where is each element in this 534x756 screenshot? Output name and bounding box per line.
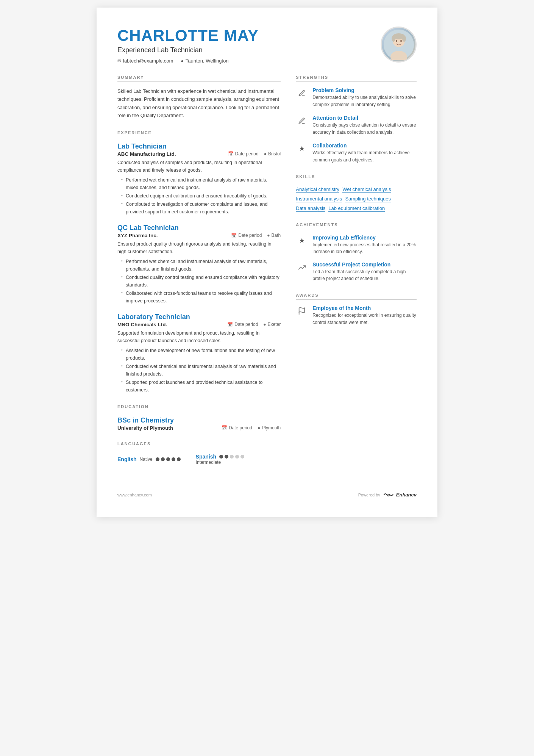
- skills-label: SKILLS: [296, 174, 417, 181]
- left-column: SUMMARY Skilled Lab Technician with expe…: [117, 75, 281, 476]
- lang-english-dots: [156, 457, 181, 461]
- strength-1-content: Problem Solving Demonstrated ability to …: [312, 87, 417, 108]
- education-section: EDUCATION BSc in Chemistry University of…: [117, 404, 281, 431]
- strength-1-title: Problem Solving: [312, 87, 417, 93]
- calendar-icon: 📅: [231, 233, 237, 238]
- contact-info: ✉ labtech@example.com ● Taunton, Welling…: [117, 58, 259, 64]
- job-3-title: Laboratory Technician: [117, 313, 281, 321]
- header-section: CHARLOTTE MAY Experienced Lab Technician…: [117, 27, 417, 64]
- job-2: QC Lab Technician XYZ Pharma Inc. 📅 Date…: [117, 224, 281, 305]
- strength-3-icon: ★: [296, 142, 308, 155]
- lang-spanish-group: Spanish Intermediate: [196, 454, 244, 465]
- award-1-desc: Recognized for exceptional work in ensur…: [312, 312, 417, 326]
- achievement-2-content: Successful Project Completion Led a team…: [312, 261, 417, 282]
- job-1-meta: ABC Manufacturing Ltd. 📅 Date period ● B…: [117, 151, 281, 157]
- job-3-meta: MNO Chemicals Ltd. 📅 Date period ● Exete…: [117, 322, 281, 327]
- location-contact: ● Taunton, Wellington: [181, 58, 228, 64]
- strengths-label: STRENGTHS: [296, 75, 417, 82]
- job-1-title: Lab Technician: [117, 142, 281, 150]
- job-2-desc: Ensured product quality through rigorous…: [117, 240, 281, 255]
- strength-1: Problem Solving Demonstrated ability to …: [296, 87, 417, 108]
- award-1-icon: [296, 305, 308, 317]
- job-2-company: XYZ Pharma Inc.: [117, 233, 158, 238]
- svg-point-7: [400, 40, 402, 42]
- strength-1-icon: [296, 87, 308, 99]
- strength-2-title: Attention to Detail: [312, 115, 417, 121]
- dot: [219, 455, 223, 459]
- avatar: [381, 27, 417, 63]
- skill-3: Sampling techniques: [345, 196, 391, 202]
- job-3-detail: 📅 Date period ● Exeter: [227, 322, 281, 327]
- strength-2-icon: [296, 115, 308, 127]
- strength-2-content: Attention to Detail Consistently pays cl…: [312, 115, 417, 136]
- bullet-item: Performed wet chemical and instrumental …: [121, 176, 281, 191]
- edu-location: ● Plymouth: [258, 425, 281, 430]
- skill-5: Lab equipment calibration: [328, 205, 385, 212]
- dot: [156, 457, 159, 461]
- job-2-title: QC Lab Technician: [117, 224, 281, 232]
- experience-section: EXPERIENCE Lab Technician ABC Manufactur…: [117, 130, 281, 394]
- lang-english-name: English: [117, 456, 137, 462]
- lang-spanish-dots: [219, 455, 244, 459]
- strength-2: Attention to Detail Consistently pays cl…: [296, 115, 417, 136]
- job-3-bullets: Assisted in the development of new formu…: [117, 347, 281, 394]
- pin-icon: ●: [258, 425, 260, 430]
- right-column: STRENGTHS Problem Solving Demonstrated a…: [296, 75, 417, 476]
- lang-english-group: English Native: [117, 456, 181, 462]
- languages-section: LANGUAGES English Native: [117, 441, 281, 465]
- footer-powered: Powered by Enhancv: [358, 492, 417, 498]
- edu-date: 📅 Date period: [222, 425, 252, 430]
- achievements-section: ACHIEVEMENTS ★ Improving Lab Efficiency …: [296, 222, 417, 282]
- awards-section: AWARDS Employee of the Month Recognized …: [296, 293, 417, 326]
- lang-english: English Native: [117, 454, 181, 465]
- education-label: EDUCATION: [117, 404, 281, 411]
- lang-spanish-level: Intermediate: [196, 460, 221, 465]
- strength-3-title: Collaboration: [312, 142, 417, 149]
- job-2-detail: 📅 Date period ● Bath: [231, 233, 281, 238]
- footer: www.enhancv.com Powered by Enhancv: [117, 487, 417, 498]
- skills-container: Analytical chemistry Wet chemical analys…: [296, 186, 417, 212]
- job-1-company: ABC Manufacturing Ltd.: [117, 151, 176, 157]
- job-1-desc: Conducted analysis of samples and produc…: [117, 159, 281, 174]
- dot: [225, 455, 228, 459]
- skill-2: Instrumental analysis: [296, 196, 342, 202]
- svg-point-4: [392, 36, 395, 42]
- skill-1: Wet chemical analysis: [342, 186, 391, 193]
- achievement-1-title: Improving Lab Efficiency: [312, 235, 417, 241]
- dot: [235, 455, 239, 459]
- candidate-name: CHARLOTTE MAY: [117, 27, 259, 45]
- job-1-bullets: Performed wet chemical and instrumental …: [117, 176, 281, 216]
- job-2-bullets: Performed wet chemical and instrumental …: [117, 258, 281, 305]
- skill-4: Data analysis: [296, 205, 325, 212]
- achievement-1-desc: Implemented new processes that resulted …: [312, 241, 417, 255]
- job-3-date: 📅 Date period: [227, 322, 258, 327]
- lang-english-level: Native: [140, 457, 153, 462]
- achievement-1-content: Improving Lab Efficiency Implemented new…: [312, 235, 417, 255]
- bullet-item: Collaborated with cross-functional teams…: [121, 290, 281, 305]
- candidate-title: Experienced Lab Technician: [117, 46, 259, 54]
- bullet-item: Conducted wet chemical and instrumental …: [121, 363, 281, 378]
- achievement-2-title: Successful Project Completion: [312, 261, 417, 268]
- svg-point-5: [402, 36, 406, 42]
- email-text: labtech@example.com: [123, 58, 173, 64]
- skill-0: Analytical chemistry: [296, 186, 339, 193]
- languages-container: English Native: [117, 454, 281, 465]
- job-3-desc: Supported formulation development and pr…: [117, 329, 281, 344]
- experience-label: EXPERIENCE: [117, 130, 281, 137]
- job-2-date: 📅 Date period: [231, 233, 262, 238]
- pin-icon: ●: [263, 322, 266, 327]
- strength-2-desc: Consistently pays close attention to det…: [312, 122, 417, 136]
- pin-icon: ●: [264, 151, 267, 157]
- dot: [161, 457, 165, 461]
- calendar-icon: 📅: [227, 322, 233, 327]
- bullet-item: Assisted in the development of new formu…: [121, 347, 281, 362]
- awards-label: AWARDS: [296, 293, 417, 300]
- edu-detail: 📅 Date period ● Plymouth: [222, 425, 281, 430]
- award-1-content: Employee of the Month Recognized for exc…: [312, 305, 417, 326]
- languages-label: LANGUAGES: [117, 441, 281, 448]
- bullet-item: Performed wet chemical and instrumental …: [121, 258, 281, 273]
- edu-meta: University of Plymouth 📅 Date period ● P…: [117, 425, 281, 431]
- resume-container: CHARLOTTE MAY Experienced Lab Technician…: [97, 8, 437, 517]
- job-2-meta: XYZ Pharma Inc. 📅 Date period ● Bath: [117, 233, 281, 238]
- summary-label: SUMMARY: [117, 75, 281, 82]
